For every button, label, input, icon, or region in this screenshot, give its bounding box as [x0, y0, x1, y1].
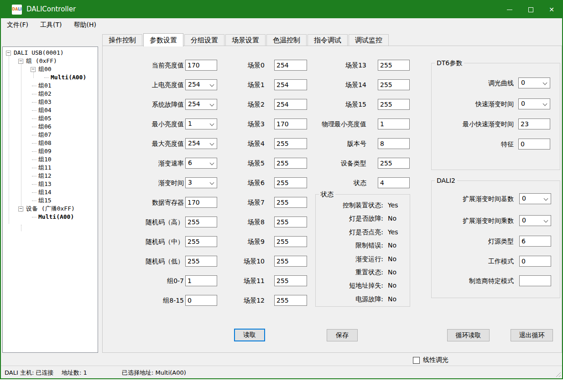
tree-expand-icon[interactable]: − — [18, 206, 23, 211]
resize-grip-icon[interactable] — [555, 371, 561, 377]
tab-color-temp-control[interactable]: 色温控制 — [266, 34, 307, 46]
dropdown-select[interactable]: 254 — [185, 79, 217, 90]
tree-item-label: 组12 — [38, 172, 52, 180]
dropdown-select[interactable]: 254 — [185, 99, 217, 110]
loop-read-button[interactable]: 循环读取 — [447, 329, 490, 341]
tree-item[interactable]: 组07 — [3, 131, 98, 139]
tree-connector-icon — [32, 102, 36, 103]
text-input[interactable] — [378, 99, 410, 110]
tree-item[interactable]: 组15 — [3, 196, 98, 205]
tree-item[interactable]: 组04 — [3, 106, 98, 114]
tree-item[interactable]: −组00 — [3, 65, 98, 73]
text-input[interactable] — [185, 236, 217, 247]
tree-expand-icon[interactable]: − — [6, 51, 11, 56]
close-icon: ✕ — [549, 6, 554, 13]
dropdown-select[interactable]: 0 — [518, 77, 550, 88]
dropdown-select[interactable]: 0 — [519, 193, 551, 204]
tree-item[interactable]: −组 (0xFF) — [3, 57, 98, 65]
text-input[interactable] — [378, 79, 410, 90]
tree-item[interactable]: 组06 — [3, 123, 98, 131]
maximize-icon — [528, 7, 533, 12]
text-input[interactable] — [274, 236, 307, 247]
tab-parameter-settings[interactable]: 参数设置 — [143, 33, 183, 46]
menu-tools[interactable]: 工具(T) — [34, 19, 68, 31]
maximize-button[interactable] — [520, 1, 541, 18]
text-input[interactable] — [519, 256, 551, 267]
tree-item[interactable]: 组12 — [3, 172, 98, 180]
tab-grouping-settings[interactable]: 分组设置 — [184, 34, 224, 46]
tree-item[interactable]: Multi(A00) — [3, 213, 98, 221]
tree-item[interactable]: 组10 — [3, 155, 98, 164]
field-label: 制造商特定模式 — [432, 276, 514, 285]
dropdown-select[interactable]: 3 — [185, 177, 217, 188]
tree-item[interactable]: 组11 — [3, 164, 98, 172]
dropdown-select[interactable]: 1 — [185, 119, 217, 129]
tree-item-label: 组05 — [38, 114, 52, 123]
text-input[interactable] — [518, 139, 550, 150]
menu-file[interactable]: 文件(F) — [1, 19, 34, 31]
field-label: 扩展渐变时间基数 — [432, 194, 514, 203]
selected-address: 已选择地址: Multi(A00) — [122, 369, 186, 377]
tree-item[interactable]: 组09 — [3, 147, 98, 155]
text-input[interactable] — [518, 119, 550, 129]
text-input[interactable] — [185, 217, 217, 227]
tree-item-label: 组14 — [38, 188, 52, 196]
tab-operation-control[interactable]: 操作控制 — [102, 34, 142, 46]
text-input[interactable] — [185, 256, 217, 267]
text-input[interactable] — [378, 158, 410, 169]
tree-item[interactable]: 组13 — [3, 180, 98, 188]
dropdown-select[interactable]: 254 — [185, 138, 217, 149]
tree-item-label: 组04 — [38, 106, 52, 114]
dropdown-select[interactable]: 0 — [518, 98, 550, 109]
device-tree[interactable]: −DALI USB(0001)−组 (0xFF)−组00Multi(A00)组0… — [2, 46, 98, 353]
close-button[interactable]: ✕ — [541, 1, 562, 18]
text-input[interactable] — [185, 197, 217, 208]
tree-item[interactable]: 组05 — [3, 114, 98, 123]
tree-item[interactable]: 组02 — [3, 90, 98, 98]
tree-item[interactable]: −设备 (广播0xFF) — [3, 205, 98, 213]
text-input[interactable] — [519, 236, 551, 247]
status-row-value: No — [388, 255, 396, 263]
field-label: 场景15 — [299, 100, 366, 109]
text-input[interactable] — [274, 197, 307, 208]
status-row-value: No — [388, 242, 396, 249]
text-input[interactable] — [274, 275, 307, 286]
dropdown-select[interactable]: 6 — [185, 158, 217, 169]
tree-item[interactable]: 组03 — [3, 98, 98, 106]
text-input[interactable] — [274, 256, 307, 267]
dropdown-select[interactable]: 0 — [519, 215, 551, 226]
text-input[interactable] — [274, 295, 307, 306]
exit-loop-button[interactable]: 退出循环 — [511, 329, 553, 341]
tree-item[interactable]: 组01 — [3, 82, 98, 90]
tab-debug-monitor[interactable]: 调试监控 — [349, 34, 389, 46]
tree-expand-icon[interactable]: − — [31, 67, 36, 72]
read-button[interactable]: 读取 — [234, 329, 265, 341]
field-label: 系统故障值 — [106, 100, 184, 109]
dropdown-value: 6 — [188, 159, 192, 166]
dropdown-value: 0 — [522, 195, 526, 202]
text-input[interactable] — [519, 275, 551, 286]
text-input[interactable] — [378, 177, 410, 188]
field-label: 场景8 — [219, 217, 265, 227]
linear-dimming-checkbox[interactable] — [413, 357, 420, 364]
tab-scene-settings[interactable]: 场景设置 — [225, 34, 266, 46]
text-input[interactable] — [378, 60, 410, 71]
text-input[interactable] — [185, 60, 217, 71]
save-button[interactable]: 保存 — [327, 329, 358, 341]
tree-expand-icon[interactable]: − — [18, 59, 23, 64]
text-input[interactable] — [185, 275, 217, 286]
tree-item[interactable]: 组14 — [3, 188, 98, 196]
minimize-button[interactable] — [499, 1, 520, 18]
tree-item[interactable]: Multi(A00) — [3, 73, 98, 82]
tree-item-label: 组02 — [38, 90, 52, 98]
tree-item[interactable]: 组08 — [3, 139, 98, 147]
tree-connector-icon — [32, 86, 36, 86]
tab-command-debug[interactable]: 指令调试 — [308, 34, 348, 46]
text-input[interactable] — [185, 295, 217, 306]
tree-item[interactable]: −DALI USB(0001) — [3, 49, 98, 57]
text-input[interactable] — [378, 138, 410, 149]
menu-help[interactable]: 帮助(H) — [68, 19, 102, 31]
chevron-down-icon — [543, 81, 547, 85]
text-input[interactable] — [274, 217, 307, 227]
text-input[interactable] — [378, 119, 410, 129]
